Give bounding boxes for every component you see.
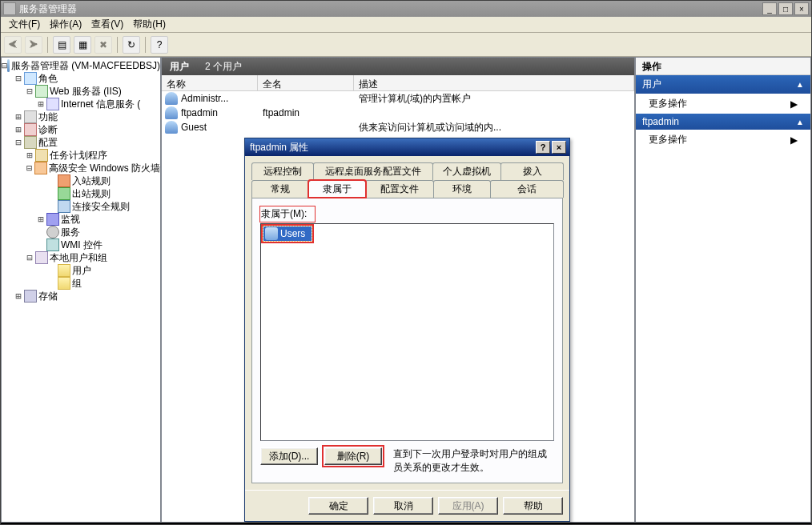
- membership-note: 直到下一次用户登录时对用户的组成员关系的更改才生效。: [388, 447, 554, 475]
- actions-section-users[interactable]: 用户▲: [636, 75, 810, 94]
- list-row[interactable]: Guest 供来宾访问计算机或访问域的内...: [162, 120, 634, 134]
- tab-general[interactable]: 常规: [251, 180, 309, 198]
- tab-environment[interactable]: 环境: [433, 180, 491, 198]
- tree-task-scheduler[interactable]: ⊞任务计划程序: [2, 149, 160, 162]
- menu-help[interactable]: 帮助(H): [128, 16, 171, 33]
- tab-remote-desktop-profile[interactable]: 远程桌面服务配置文件: [313, 162, 433, 180]
- submenu-arrow-icon: ▶: [790, 98, 798, 110]
- tree-web-server[interactable]: ⊟Web 服务器 (IIS): [2, 85, 160, 98]
- collapse-icon: ▲: [796, 118, 804, 126]
- tab-sessions[interactable]: 会话: [490, 180, 564, 198]
- menu-action[interactable]: 操作(A): [45, 16, 86, 33]
- properties-toolbar-button[interactable]: ▦: [74, 36, 91, 54]
- col-fullname[interactable]: 全名: [258, 75, 354, 90]
- folder-icon: [58, 277, 70, 290]
- menu-file[interactable]: 文件(F): [4, 16, 45, 33]
- actions-more-1[interactable]: 更多操作▶: [636, 94, 810, 114]
- inbound-icon: [58, 174, 70, 187]
- apply-button[interactable]: 应用(A): [438, 497, 498, 515]
- consec-icon: [58, 200, 70, 213]
- member-of-listbox[interactable]: Users: [260, 223, 554, 441]
- menu-bar: 文件(F) 操作(A) 查看(V) 帮助(H): [1, 17, 811, 33]
- refresh-button[interactable]: ↻: [123, 36, 140, 54]
- tree-users[interactable]: 用户: [2, 264, 160, 277]
- help-button[interactable]: 帮助: [503, 497, 563, 515]
- toolbar: ⮜ ⮞ ▤ ▦ ✖ ↻ ?: [1, 33, 811, 57]
- tree-features[interactable]: ⊞功能: [2, 110, 160, 123]
- ftpadmin-properties-dialog: ftpadmin 属性 ? × 远程控制 远程桌面服务配置文件 个人虚拟机 拨入…: [244, 138, 570, 522]
- col-name[interactable]: 名称: [162, 75, 258, 90]
- tab-remote-control[interactable]: 远程控制: [251, 162, 314, 180]
- list-header: 用户 2 个用户: [162, 58, 634, 75]
- remove-button[interactable]: 删除(R): [324, 447, 382, 465]
- tree-storage[interactable]: ⊞存储: [2, 290, 160, 303]
- firewall-icon: [34, 162, 46, 174]
- user-icon: [165, 106, 178, 119]
- member-of-label: 隶属于(M):: [260, 206, 315, 222]
- delete-toolbar-button: ✖: [94, 36, 112, 54]
- tree-root[interactable]: ⊟服务器管理器 (VM-MACFEEDBSJ): [2, 59, 160, 72]
- web-icon: [35, 85, 48, 98]
- tree-wmi[interactable]: WMI 控件: [2, 238, 160, 251]
- dialog-tabs: 远程控制 远程桌面服务配置文件 个人虚拟机 拨入 常规 隶属于 配置文件 环境 …: [251, 162, 563, 198]
- member-item-users[interactable]: Users: [263, 226, 312, 241]
- minimize-button[interactable]: _: [762, 2, 777, 15]
- tree-services[interactable]: 服务: [2, 226, 160, 238]
- tree-connection-security[interactable]: 连接安全规则: [2, 200, 160, 213]
- iis-icon: [46, 98, 59, 110]
- actions-more-2[interactable]: 更多操作▶: [636, 130, 810, 150]
- forward-button: ⮞: [25, 36, 42, 54]
- features-icon: [24, 110, 37, 123]
- server-icon: [7, 59, 10, 72]
- show-hide-tree-button[interactable]: ▤: [53, 36, 70, 54]
- tree-groups[interactable]: 组: [2, 277, 160, 290]
- main-window-titlebar: 服务器管理器 _ □ ×: [1, 1, 811, 17]
- navigation-tree[interactable]: ⊟服务器管理器 (VM-MACFEEDBSJ) ⊟角色 ⊟Web 服务器 (II…: [1, 57, 161, 523]
- tree-local-users-groups[interactable]: ⊟本地用户和组: [2, 251, 160, 264]
- storage-icon: [24, 290, 37, 303]
- toolbar-divider: [47, 37, 48, 53]
- list-row[interactable]: Administr... 管理计算机(域)的内置帐户: [162, 91, 634, 106]
- user-icon: [165, 92, 178, 105]
- dialog-close-button[interactable]: ×: [552, 141, 566, 154]
- actions-panel: 操作 用户▲ 更多操作▶ ftpadmin▲ 更多操作▶: [635, 57, 811, 523]
- tree-inbound-rules[interactable]: 入站规则: [2, 174, 160, 187]
- window-title: 服务器管理器: [19, 2, 761, 16]
- tab-personal-vm[interactable]: 个人虚拟机: [432, 162, 501, 180]
- cancel-button[interactable]: 取消: [373, 497, 433, 515]
- dialog-buttons: 确定 取消 应用(A) 帮助: [245, 490, 569, 521]
- tree-outbound-rules[interactable]: 出站规则: [2, 187, 160, 200]
- dialog-titlebar[interactable]: ftpadmin 属性 ? ×: [245, 138, 569, 156]
- tree-iis[interactable]: ⊞Internet 信息服务 (: [2, 98, 160, 110]
- group-icon: [265, 227, 278, 240]
- tree-firewall[interactable]: ⊟高级安全 Windows 防火墙: [2, 162, 160, 174]
- list-columns: 名称 全名 描述: [162, 75, 634, 91]
- list-rows: Administr... 管理计算机(域)的内置帐户 ftpadmin ftpa…: [162, 91, 634, 134]
- tree-configuration[interactable]: ⊟配置: [2, 136, 160, 149]
- actions-section-ftpadmin[interactable]: ftpadmin▲: [636, 114, 810, 130]
- collapse-icon: ▲: [796, 80, 804, 89]
- list-header-count: 2 个用户: [197, 60, 242, 74]
- configuration-icon: [24, 136, 37, 149]
- tree-monitoring[interactable]: ⊞监视: [2, 213, 160, 226]
- dialog-help-button[interactable]: ?: [536, 141, 550, 154]
- user-icon: [165, 121, 178, 134]
- tab-member-of[interactable]: 隶属于: [308, 180, 366, 198]
- maximize-button[interactable]: □: [778, 2, 793, 15]
- close-button[interactable]: ×: [794, 2, 809, 15]
- tree-roles[interactable]: ⊟角色: [2, 72, 160, 85]
- back-button: ⮜: [4, 36, 22, 54]
- tree-diagnostics[interactable]: ⊞诊断: [2, 123, 160, 136]
- menu-view[interactable]: 查看(V): [86, 16, 128, 33]
- ok-button[interactable]: 确定: [308, 497, 368, 515]
- help-toolbar-button[interactable]: ?: [151, 36, 168, 54]
- col-description[interactable]: 描述: [354, 75, 634, 90]
- actions-title: 操作: [636, 58, 810, 75]
- roles-icon: [24, 72, 37, 85]
- outbound-icon: [58, 187, 70, 200]
- lug-icon: [35, 251, 48, 264]
- tab-dialin[interactable]: 拨入: [500, 162, 564, 180]
- list-row[interactable]: ftpadmin ftpadmin: [162, 106, 634, 120]
- tab-profile[interactable]: 配置文件: [365, 180, 434, 198]
- add-button[interactable]: 添加(D)...: [260, 447, 318, 465]
